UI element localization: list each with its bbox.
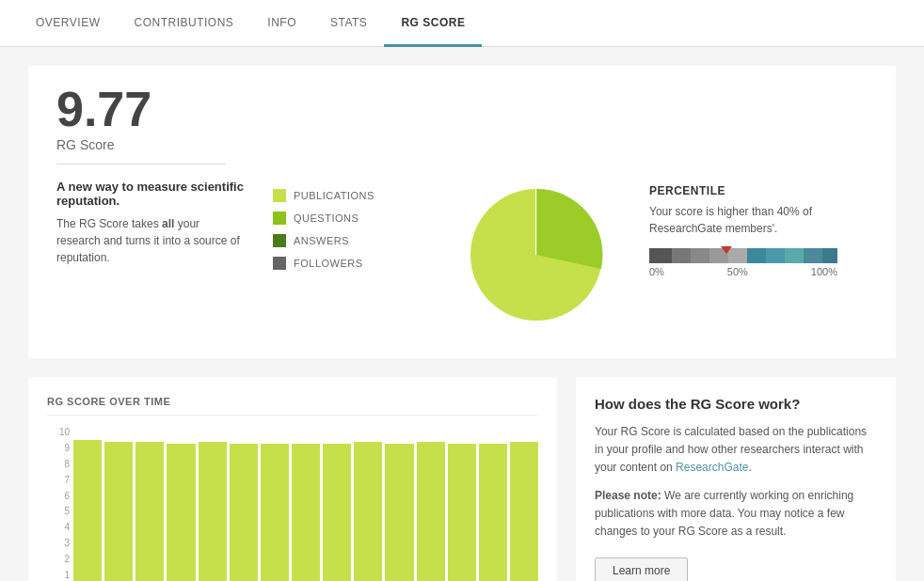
score-description: A new way to measure scientific reputati… — [56, 180, 245, 266]
bar-03-16 — [104, 442, 133, 581]
legend: PUBLICATIONS QUESTIONS ANSWERS FOLLOWERS — [273, 180, 423, 279]
pie-chart-svg — [461, 180, 612, 330]
y-label-1: 1 — [47, 570, 70, 580]
nav-item-rg-score[interactable]: RG SCORE — [384, 0, 482, 47]
description-text: The RG Score takes all your research and… — [56, 215, 245, 266]
percentile-label-0: 0% — [649, 266, 664, 277]
publications-color — [273, 189, 286, 202]
pie-chart — [452, 180, 621, 330]
nav-item-overview[interactable]: OVERVIEW — [19, 0, 117, 47]
bar-06-01 — [448, 444, 476, 581]
chart-container: RG SCORE OVER TIME 10 9 8 7 6 5 4 3 2 1 … — [28, 377, 557, 581]
rg-score-number: 9.77 — [56, 85, 868, 133]
percentile-label-50: 50% — [727, 266, 748, 277]
rg-score-label: RG Score — [56, 137, 226, 165]
info-title: How does the RG Score work? — [595, 396, 877, 412]
y-label-8: 8 — [47, 459, 70, 469]
nav-item-stats[interactable]: STATS — [313, 0, 384, 47]
legend-item-followers: FOLLOWERS — [273, 257, 423, 270]
top-nav: OVERVIEW CONTRIBUTIONS INFO STATS RG SCO… — [0, 0, 924, 47]
y-label-3: 3 — [47, 538, 70, 548]
y-label-9: 9 — [47, 443, 70, 453]
bar-04-13 — [230, 444, 258, 581]
info-text-1: Your RG Score is calculated based on the… — [595, 423, 877, 478]
score-section: 9.77 RG Score A new way to measure scien… — [28, 66, 896, 358]
y-label-10: 10 — [47, 427, 70, 437]
chart-title: RG SCORE OVER TIME — [47, 396, 538, 416]
description-title: A new way to measure scientific reputati… — [56, 180, 245, 208]
bar-03-23 — [135, 442, 164, 581]
bars-container — [73, 427, 538, 581]
y-label-2: 2 — [47, 554, 70, 564]
info-text-2: Please note: We are currently working on… — [595, 487, 877, 542]
info-container: How does the RG Score work? Your RG Scor… — [576, 377, 896, 581]
percentile-bar — [649, 248, 837, 263]
percentile-bar-container: 0% 50% 100% — [649, 248, 868, 277]
percentile-marker — [721, 246, 732, 254]
bar-04-06 — [199, 442, 227, 581]
learn-more-button[interactable]: Learn more — [595, 557, 688, 581]
bar-03-09 — [73, 440, 102, 581]
bar-05-11 — [354, 442, 382, 581]
percentile-labels: 0% 50% 100% — [649, 266, 837, 277]
nav-item-contributions[interactable]: CONTRIBUTIONS — [117, 0, 250, 47]
researchgate-link[interactable]: ResearchGate — [676, 461, 748, 474]
y-label-7: 7 — [47, 475, 70, 485]
questions-label: QUESTIONS — [294, 212, 358, 224]
publications-label: PUBLICATIONS — [294, 190, 374, 201]
percentile-label-100: 100% — [811, 266, 837, 277]
bar-05-25 — [417, 442, 445, 581]
percentile-title: PERCENTILE — [649, 184, 868, 197]
questions-color — [273, 212, 286, 225]
bar-05-04 — [323, 444, 351, 581]
answers-label: ANSWERS — [294, 235, 349, 246]
bar-06-15 — [510, 442, 538, 581]
percentile-section: PERCENTILE Your score is higher than 40%… — [649, 180, 868, 283]
percentile-text: Your score is higher than 40% of Researc… — [649, 203, 868, 237]
y-label-6: 6 — [47, 491, 70, 501]
y-label-4: 4 — [47, 522, 70, 532]
legend-item-answers: ANSWERS — [273, 234, 423, 247]
bottom-section: RG SCORE OVER TIME 10 9 8 7 6 5 4 3 2 1 … — [28, 377, 896, 581]
bar-04-20 — [261, 444, 289, 581]
y-label-5: 5 — [47, 506, 70, 516]
legend-item-questions: QUESTIONS — [273, 212, 423, 225]
legend-item-publications: PUBLICATIONS — [273, 189, 423, 202]
bar-06-08 — [479, 444, 507, 581]
bar-04-27 — [292, 444, 320, 581]
bar-chart-area: 10 9 8 7 6 5 4 3 2 1 0 03-0903-1603-23 — [47, 427, 538, 581]
bar-05-18 — [385, 444, 413, 581]
bar-03-30 — [167, 444, 195, 581]
y-axis: 10 9 8 7 6 5 4 3 2 1 0 — [47, 427, 70, 581]
followers-color — [273, 257, 286, 270]
nav-item-info[interactable]: INFO — [250, 0, 313, 47]
answers-color — [273, 234, 286, 247]
followers-label: FOLLOWERS — [294, 258, 363, 269]
